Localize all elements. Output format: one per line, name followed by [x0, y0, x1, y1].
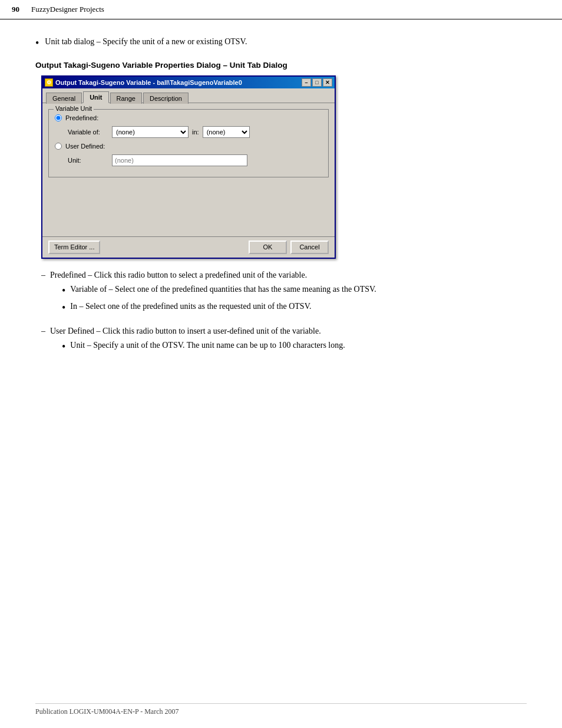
- dialog-section-heading: Output Takagi-Sugeno Variable Properties…: [35, 61, 527, 70]
- predefined-label: Predefined:: [65, 114, 98, 121]
- user-defined-label: User Defined:: [65, 143, 105, 150]
- in-label: in:: [192, 129, 199, 136]
- cancel-button[interactable]: Cancel: [290, 241, 329, 254]
- titlebar-left: ⚙ Output Takagi-Sugeno Variable - ball\T…: [45, 78, 242, 87]
- predefined-desc: – Predefined – Click this radio button t…: [35, 271, 527, 319]
- dialog-title: Output Takagi-Sugeno Variable - ball\Tak…: [55, 79, 242, 86]
- app-icon: ⚙: [45, 78, 53, 87]
- dialog-titlebar: ⚙ Output Takagi-Sugeno Variable - ball\T…: [42, 77, 335, 88]
- predefined-sub-bullets: • Variable of – Select one of the predef…: [62, 285, 376, 315]
- tab-description[interactable]: Description: [143, 93, 189, 104]
- maximize-button[interactable]: □: [312, 78, 322, 87]
- in-desc-text: In – Select one of the predefined units …: [70, 302, 311, 311]
- unit-input[interactable]: [112, 154, 247, 166]
- header-title: FuzzyDesigner Projects: [31, 5, 104, 14]
- footer-buttons: OK Cancel: [249, 241, 329, 254]
- page-header: 90 FuzzyDesigner Projects: [0, 0, 562, 19]
- group-box-label: Variable Unit: [54, 105, 94, 112]
- unit-desc-text: Unit – Specify a unit of the OTSV. The u…: [70, 341, 345, 350]
- minimize-button[interactable]: –: [302, 78, 311, 87]
- dash-2: –: [41, 327, 45, 336]
- term-editor-button[interactable]: Term Editor ...: [48, 241, 100, 254]
- user-defined-sub-bullets: • Unit – Specify a unit of the OTSV. The…: [62, 341, 345, 354]
- sub-bullet-dot-1: •: [62, 285, 65, 298]
- footer-text: Publication LOGIX-UM004A-EN-P - March 20…: [35, 707, 179, 716]
- predefined-radio[interactable]: [55, 114, 62, 121]
- variable-of-select[interactable]: (none): [112, 126, 189, 138]
- tab-general[interactable]: General: [46, 93, 82, 104]
- unit-row: Unit:: [68, 154, 322, 166]
- spacer: [48, 183, 329, 230]
- titlebar-buttons: – □ ✕: [302, 78, 332, 87]
- predefined-desc-text: Predefined – Click this radio button to …: [50, 271, 307, 279]
- dialog-window: ⚙ Output Takagi-Sugeno Variable - ball\T…: [41, 75, 336, 259]
- user-defined-desc-content: User Defined – Click this radio button t…: [50, 327, 345, 358]
- ok-button[interactable]: OK: [249, 241, 287, 254]
- user-defined-desc: – User Defined – Click this radio button…: [35, 327, 527, 358]
- variable-of-desc: • Variable of – Select one of the predef…: [62, 285, 376, 298]
- descriptions: – Predefined – Click this radio button t…: [35, 271, 527, 358]
- tab-unit[interactable]: Unit: [83, 91, 108, 103]
- user-defined-row: User Defined:: [55, 143, 322, 150]
- main-content: • Unit tab dialog – Specify the unit of …: [0, 19, 562, 383]
- unit-desc: • Unit – Specify a unit of the OTSV. The…: [62, 341, 345, 354]
- variable-of-label: Variable of:: [68, 129, 112, 136]
- predefined-desc-content: Predefined – Click this radio button to …: [50, 271, 376, 319]
- variable-unit-group: Variable Unit Predefined: Variable of: (…: [48, 109, 329, 177]
- sub-bullet-dot-3: •: [62, 341, 65, 354]
- page-footer: Publication LOGIX-UM004A-EN-P - March 20…: [35, 703, 527, 716]
- variable-of-row: Variable of: (none) in: (none): [68, 126, 322, 138]
- dialog-body: Variable Unit Predefined: Variable of: (…: [42, 103, 335, 236]
- user-defined-desc-text: User Defined – Click this radio button t…: [50, 327, 321, 335]
- dialog-wrapper: ⚙ Output Takagi-Sugeno Variable - ball\T…: [41, 75, 527, 259]
- sub-bullet-dot-2: •: [62, 302, 65, 315]
- bullet-icon: •: [35, 37, 39, 50]
- user-defined-radio[interactable]: [55, 143, 62, 150]
- dialog-footer: Term Editor ... OK Cancel: [42, 236, 335, 258]
- unit-label: Unit:: [68, 157, 112, 164]
- predefined-row: Predefined:: [55, 114, 322, 121]
- page-number: 90: [12, 5, 19, 14]
- in-select[interactable]: (none): [203, 126, 250, 138]
- close-button[interactable]: ✕: [323, 78, 332, 87]
- intro-text: Unit tab dialog – Specify the unit of a …: [45, 37, 247, 47]
- dialog-tabs: General Unit Range Description: [42, 88, 335, 103]
- in-desc: • In – Select one of the predefined unit…: [62, 302, 376, 315]
- tab-range[interactable]: Range: [110, 93, 142, 104]
- intro-bullet: • Unit tab dialog – Specify the unit of …: [35, 37, 527, 50]
- variable-of-desc-text: Variable of – Select one of the predefin…: [70, 285, 376, 294]
- dash-1: –: [41, 271, 45, 280]
